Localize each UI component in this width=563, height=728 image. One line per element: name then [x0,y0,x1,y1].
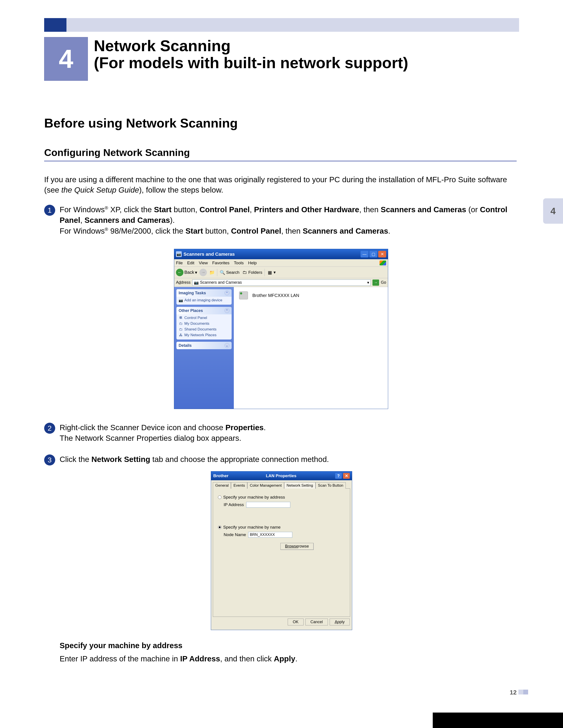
tab-network-setting[interactable]: Network Setting [284,482,316,489]
search-button[interactable]: 🔍Search [219,270,239,275]
go-button[interactable]: → [373,280,379,286]
node-name-row: Node Name BRN_XXXXXX [224,532,345,538]
side-tab: 4 [543,198,563,224]
network-icon: 🖧 [179,333,183,337]
collapse-icon: ⌃ [224,291,229,295]
link-add-imaging-device[interactable]: 📷 Add an imaging device [179,298,229,302]
scanner-device-item[interactable]: Brother MFCXXXX LAN [237,291,384,300]
toolbar-divider [264,269,265,276]
tab-scan-to-button[interactable]: Scan To Button [316,482,346,489]
s2-title-center: LAN Properties [228,473,334,478]
menu-file[interactable]: File [176,261,183,265]
tab-events[interactable]: Events [231,482,247,489]
step-bullet-2: 2 [44,423,55,434]
panel-details: Details ⌄ [176,342,231,349]
subsection-rule [44,161,517,161]
ip-address-input[interactable] [246,502,290,508]
apply-button[interactable]: Apply [330,619,350,625]
close-button[interactable]: ✕ [378,251,386,257]
ip-address-row: IP Address [224,502,345,508]
tab-general[interactable]: General [213,482,231,489]
step-bullet-3: 3 [44,454,55,465]
page-number-accent-2 [518,690,523,694]
chapter-number-box: 4 [44,37,88,81]
chevron-down-icon: ▾ [195,270,197,275]
cancel-button[interactable]: Cancel [305,619,328,625]
step-3-text: Click the Network Setting tab and choose… [60,454,517,465]
s1-titlebar: 📷 Scanners and Cameras — ▢ ✕ [174,249,388,259]
address-field[interactable]: 📷 Scanners and Cameras ▾ [192,280,371,286]
folder-up-icon: 📁 [209,270,215,275]
s2-titlebar: Brother LAN Properties ? ✕ [211,471,352,480]
folder-icon: 🗀 [179,327,183,332]
address-text: Scanners and Cameras [200,280,242,285]
step-1-text: For Windows® XP, click the Start button,… [60,204,517,236]
link-network-places[interactable]: 🖧My Network Places [179,333,229,337]
maximize-button[interactable]: ▢ [369,251,377,257]
minimize-button[interactable]: — [361,251,369,257]
collapse-icon: ⌃ [224,308,229,313]
folders-icon: 🗀 [242,270,247,275]
back-button[interactable]: ← Back ▾ [176,269,197,276]
ok-button[interactable]: OK [288,619,304,625]
s1-body: Imaging Tasks ⌃ 📷 Add an imaging device … [174,287,388,409]
panel-header[interactable]: Imaging Tasks ⌃ [176,289,231,297]
radio-by-address[interactable] [218,495,221,499]
node-name-label: Node Name [224,532,246,537]
menu-favorites[interactable]: Favorites [212,261,229,265]
tab-color-management[interactable]: Color Management [247,482,284,489]
folder-icon: 🗀 [179,321,183,326]
menu-help[interactable]: Help [248,261,257,265]
panel-other-places: Other Places ⌃ 🛠Control Panel 🗀My Docume… [176,307,231,340]
menu-view[interactable]: View [199,261,208,265]
side-tab-number: 4 [550,206,555,216]
s2-footer: OK Cancel Apply [211,619,352,628]
s1-main-pane: Brother MFCXXXX LAN [234,287,388,409]
folders-button[interactable]: 🗀Folders [242,270,262,275]
radio-by-name[interactable] [218,525,221,529]
intro-paragraph: If you are using a different machine to … [44,174,517,195]
node-name-input[interactable]: BRN_XXXXXX [248,532,292,538]
specify-heading: Specify your machine by address [60,640,517,651]
link-my-documents[interactable]: 🗀My Documents [179,321,229,326]
section-heading: Before using Network Scanning [44,116,238,130]
scanner-icon [237,291,250,300]
close-button[interactable]: ✕ [343,473,350,479]
views-button[interactable]: ▦▾ [267,270,276,275]
step-1: 1 For Windows® XP, click the Start butto… [44,204,517,236]
menu-edit[interactable]: Edit [187,261,194,265]
forward-button[interactable]: → [199,269,207,276]
views-icon: ▦ [267,270,273,275]
s1-menubar: File Edit View Favorites Tools Help [174,259,388,267]
up-button[interactable]: 📁 [209,270,215,275]
step-2-text: Right-click the Scanner Device icon and … [60,422,517,444]
address-label: Address [176,280,190,285]
browse-button[interactable]: Browserowse [280,543,314,550]
panel-header[interactable]: Other Places ⌃ [176,307,231,314]
chevron-down-icon[interactable]: ▾ [367,280,369,285]
s1-side-panel: Imaging Tasks ⌃ 📷 Add an imaging device … [174,287,234,409]
s1-window-title: Scanners and Cameras [183,251,360,257]
footer-black-block [433,713,563,728]
s2-tabs: General Events Color Management Network … [211,480,352,488]
screenshot-properties-dialog: Brother LAN Properties ? ✕ General Event… [211,471,352,630]
link-control-panel[interactable]: 🛠Control Panel [179,316,229,320]
search-icon: 🔍 [219,270,225,275]
s2-title-left: Brother [213,473,228,478]
chevron-down-icon: ▾ [273,270,276,275]
screenshot-scanners-cameras: 📷 Scanners and Cameras — ▢ ✕ File Edit V… [174,249,388,409]
subsection-wrap: Configuring Network Scanning [44,147,517,161]
radio-by-address-row[interactable]: Specify your machine by address [218,495,345,500]
intro-italic: the Quick Setup Guide [61,186,139,194]
chapter-number: 4 [59,44,73,74]
camera-icon: 📷 [176,251,182,257]
menu-tools[interactable]: Tools [234,261,243,265]
ip-address-label: IP Address [224,502,244,507]
link-shared-documents[interactable]: 🗀Shared Documents [179,327,229,332]
help-button[interactable]: ? [335,473,342,479]
go-label: Go [381,280,386,285]
s2-tab-pane: Specify your machine by address IP Addre… [213,488,350,617]
panel-header[interactable]: Details ⌄ [176,342,231,349]
radio-by-name-row[interactable]: Specify your machine by name [218,525,345,530]
page-number-accent-1 [523,690,528,694]
